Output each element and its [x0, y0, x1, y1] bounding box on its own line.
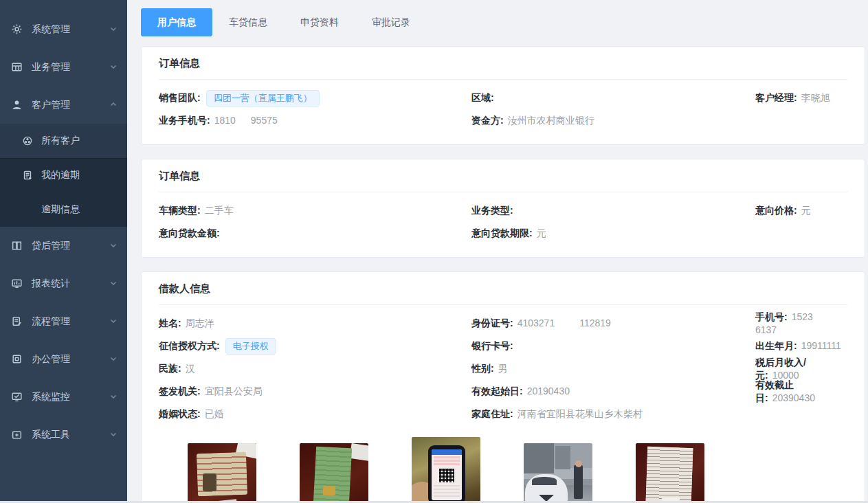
field-value: 汉	[186, 363, 195, 374]
field-label: 出生年月:	[755, 340, 797, 351]
field-label: 业务手机号:	[159, 115, 210, 126]
monitor-icon	[11, 391, 23, 403]
sidebar-item-all-customers[interactable]: 所有客户	[0, 124, 127, 158]
tab-approval-records[interactable]: 审批记录	[355, 8, 427, 36]
order-info-card-1: 订单信息 销售团队:四团一营（直属王鹏飞） 区域: 客户经理:李晓旭 业务手机号…	[141, 46, 865, 145]
field-business-phone: 业务手机号:181095575	[159, 114, 471, 127]
sidebar-item-label: 业务管理	[32, 61, 70, 74]
chevron-down-icon	[109, 24, 118, 35]
sales-team-tag[interactable]: 四团一营（直属王鹏飞）	[206, 90, 320, 107]
redaction-box	[555, 319, 579, 329]
tab-car-loan-info[interactable]: 车贷信息	[212, 8, 284, 36]
field-value: 20190430	[527, 385, 570, 396]
field-funder: 资金方:汝州市农村商业银行	[471, 114, 755, 127]
sidebar-item-report-statistics[interactable]: 报表统计	[0, 265, 127, 302]
detail-tabs: 用户信息 车贷信息 申贷资料 审批记录	[141, 8, 868, 36]
field-value: 河南省宜阳县花果山乡木柴村	[518, 408, 643, 419]
field-label: 银行卡号:	[471, 340, 513, 351]
sidebar-item-system-monitor[interactable]: 系统监控	[0, 378, 127, 416]
redaction-box	[236, 116, 251, 126]
sidebar-item-business-management[interactable]: 业务管理	[0, 48, 127, 86]
field-valid-from: 有效起始日:20190430	[471, 385, 755, 398]
sidebar-item-label: 办公管理	[32, 353, 70, 366]
photo-item: 村委证明	[636, 443, 704, 503]
sidebar-item-system-tools[interactable]: 系统工具	[0, 416, 127, 454]
sidebar-item-my-overdue[interactable]: 我的逾期	[0, 158, 127, 192]
grid-icon	[11, 61, 23, 73]
chevron-down-icon	[109, 241, 118, 252]
tab-user-info[interactable]: 用户信息	[141, 8, 212, 36]
borrower-info-card: 借款人信息 姓名:周志洋 身份证号:4103271112819 手机号:1523…	[141, 271, 865, 503]
peoples-icon	[22, 135, 33, 146]
field-value: 周志洋	[186, 317, 214, 328]
toolbox-icon	[11, 429, 23, 440]
field-label: 车辆类型:	[159, 205, 201, 216]
field-intent-price: 意向价格:元	[755, 204, 847, 217]
credit-auth-photo[interactable]	[412, 437, 480, 503]
field-label: 姓名:	[159, 317, 181, 328]
card-title: 订单信息	[159, 57, 847, 80]
field-label: 资金方:	[471, 115, 504, 126]
drivers-license-photo[interactable]	[300, 443, 368, 503]
book-icon	[11, 240, 23, 252]
user-icon	[11, 99, 23, 111]
field-bank-card: 银行卡号:	[471, 339, 755, 353]
field-label: 家庭住址:	[471, 408, 513, 419]
field-label: 意向贷款金额:	[159, 227, 220, 238]
sidebar-item-label: 客户管理	[32, 99, 70, 111]
field-label: 婚姻状态:	[159, 408, 201, 419]
field-value: 元	[537, 227, 546, 238]
sidebar-item-label: 系统工具	[32, 429, 70, 441]
sidebar-item-post-loan-management[interactable]: 贷后管理	[0, 227, 127, 265]
field-label: 客户经理:	[755, 92, 797, 103]
sidebar-item-label: 系统管理	[32, 23, 70, 36]
chevron-down-icon	[109, 392, 118, 403]
sidebar-item-office-management[interactable]: 办公管理	[0, 340, 127, 378]
sidebar-item-process-management[interactable]: 流程管理	[0, 302, 127, 340]
sidebar-item-system-management[interactable]: 系统管理	[0, 10, 127, 48]
field-value: 李晓旭	[801, 92, 830, 103]
field-value: 宜阳县公安局	[205, 385, 263, 396]
field-valid-to: 有效截止日:20390430	[755, 379, 847, 405]
field-issuing-authority: 签发机关:宜阳县公安局	[159, 385, 471, 398]
field-gender: 性别:男	[471, 362, 755, 375]
field-label: 区域:	[471, 92, 494, 103]
sidebar-item-overdue-info[interactable]: 逾期信息	[0, 192, 127, 227]
id-card-photo[interactable]	[188, 443, 256, 503]
field-birth-date: 出生年月:19911111	[755, 339, 847, 353]
car-with-owner-photo[interactable]	[524, 443, 592, 503]
field-value: 181095575	[214, 115, 278, 126]
field-marital-status: 婚姻状态:已婚	[159, 407, 471, 421]
gear-icon	[11, 23, 23, 35]
order-info-card-2: 订单信息 车辆类型:二手车 业务类型: 意向价格:元 意向贷款金额: 意向贷款期…	[141, 159, 865, 258]
field-sales-team: 销售团队:四团一营（直属王鹏飞）	[159, 90, 471, 107]
chevron-down-icon	[109, 316, 118, 327]
photo-item: 征信报告	[412, 437, 480, 503]
field-label: 有效起始日:	[471, 385, 523, 396]
field-value: 汝州市农村商业银行	[508, 115, 594, 126]
field-label: 征信授权方式:	[159, 340, 220, 351]
sidebar-item-label: 流程管理	[32, 315, 70, 328]
main-content: 用户信息 车贷信息 申贷资料 审批记录 订单信息 销售团队:四团一营（直属王鹏飞…	[127, 0, 868, 503]
field-label: 意向贷款期限:	[471, 227, 533, 238]
credit-auth-tag[interactable]: 电子授权	[225, 338, 276, 355]
handwritten-doc-photo[interactable]	[636, 443, 704, 503]
chevron-down-icon	[109, 429, 118, 440]
chart-icon	[11, 278, 23, 289]
chevron-up-icon	[109, 100, 118, 111]
chevron-down-icon	[109, 278, 118, 289]
field-value: 已婚	[205, 408, 224, 419]
photo-item: 本人照	[524, 443, 592, 503]
photo-item: 驾驶证照片	[300, 443, 368, 503]
sidebar-item-label: 报表统计	[32, 278, 70, 290]
tab-loan-application-docs[interactable]: 申贷资料	[284, 8, 355, 36]
field-label: 性别:	[471, 363, 494, 374]
card-title: 借款人信息	[159, 282, 847, 305]
redaction-box	[813, 313, 831, 323]
sidebar-item-customer-management[interactable]: 客户管理	[0, 86, 127, 124]
field-customer-manager: 客户经理:李晓旭	[755, 91, 847, 104]
chevron-down-icon	[109, 62, 118, 73]
field-value: 二手车	[205, 205, 234, 216]
field-label: 签发机关:	[159, 385, 201, 396]
field-ethnicity: 民族:汉	[159, 362, 471, 375]
